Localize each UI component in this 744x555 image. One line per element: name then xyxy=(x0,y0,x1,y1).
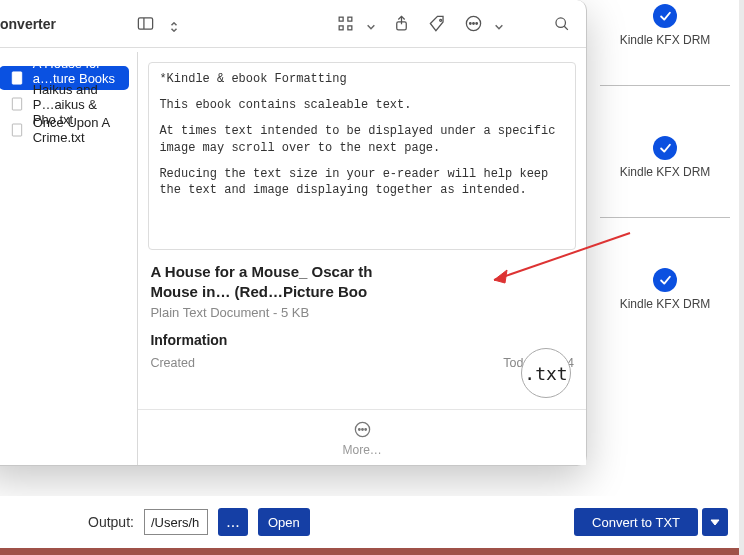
grid-view-icon[interactable] xyxy=(334,13,356,35)
svg-point-11 xyxy=(472,23,474,25)
check-icon xyxy=(653,136,677,160)
window-title: onverter xyxy=(0,16,56,32)
svg-marker-25 xyxy=(711,520,719,525)
chevron-down-icon[interactable] xyxy=(366,19,376,29)
file-name: Once Upon A Crime.txt xyxy=(33,115,120,145)
preview-line: This ebook contains scaleable text. xyxy=(159,97,565,113)
more-label[interactable]: More… xyxy=(343,443,382,457)
convert-button[interactable]: Convert to TXT xyxy=(574,508,698,536)
svg-point-13 xyxy=(555,18,565,27)
status-item: Kindle KFX DRM xyxy=(600,268,730,311)
file-icon xyxy=(9,122,25,138)
preview-line: At times text intended to be displayed u… xyxy=(159,123,565,155)
status-item: Kindle KFX DRM xyxy=(600,4,730,47)
svg-point-8 xyxy=(439,19,441,21)
svg-rect-2 xyxy=(339,17,343,21)
window-bottom-edge xyxy=(0,548,744,555)
tag-icon[interactable] xyxy=(426,13,448,35)
svg-rect-18 xyxy=(12,124,21,136)
chevron-down-icon[interactable] xyxy=(494,19,504,29)
svg-rect-4 xyxy=(339,26,343,30)
svg-rect-15 xyxy=(12,72,21,84)
svg-line-14 xyxy=(564,26,568,30)
sidebar-toggle-icon[interactable] xyxy=(135,13,157,35)
share-icon[interactable] xyxy=(390,13,412,35)
check-icon xyxy=(653,4,677,28)
search-icon[interactable] xyxy=(550,13,572,35)
svg-rect-3 xyxy=(347,17,351,21)
divider xyxy=(600,85,730,86)
file-title: A House for a Mouse_ Oscar th Mouse in… … xyxy=(150,262,574,301)
svg-rect-17 xyxy=(12,98,21,110)
file-row[interactable]: Once Upon A Crime.txt xyxy=(0,118,129,142)
svg-point-21 xyxy=(361,429,363,431)
text-preview: *Kindle & ebook Formatting This ebook co… xyxy=(148,62,576,250)
output-label: Output: xyxy=(88,514,134,530)
divider xyxy=(600,217,730,218)
file-icon xyxy=(9,96,25,112)
svg-rect-0 xyxy=(138,18,152,29)
info-row-created: Created Today, 20:54 xyxy=(148,356,576,370)
file-subtitle: Plain Text Document - 5 KB xyxy=(150,305,574,320)
svg-point-22 xyxy=(365,429,367,431)
convert-dropdown-button[interactable] xyxy=(702,508,728,536)
browse-button[interactable]: ... xyxy=(218,508,248,536)
file-extension-badge: .txt xyxy=(521,348,571,398)
check-icon xyxy=(653,268,677,292)
info-key: Created xyxy=(150,356,194,370)
preview-line: *Kindle & ebook Formatting xyxy=(159,71,565,87)
svg-point-12 xyxy=(475,23,477,25)
window-right-edge xyxy=(739,0,744,555)
more-icon[interactable] xyxy=(462,13,484,35)
preview-line: Reducing the text size in your e-reader … xyxy=(159,166,565,198)
status-label: Kindle KFX DRM xyxy=(620,33,711,47)
output-path-field[interactable]: /Users/h xyxy=(144,509,208,535)
file-icon xyxy=(9,70,25,86)
status-label: Kindle KFX DRM xyxy=(620,165,711,179)
svg-point-20 xyxy=(358,429,360,431)
info-heading: Information xyxy=(150,332,574,348)
status-item: Kindle KFX DRM xyxy=(600,136,730,179)
status-label: Kindle KFX DRM xyxy=(620,297,711,311)
file-picker-sheet: onverter xyxy=(0,0,587,466)
chevron-updown-icon[interactable] xyxy=(169,19,179,29)
svg-point-10 xyxy=(469,23,471,25)
open-button[interactable]: Open xyxy=(258,508,310,536)
file-row[interactable]: Haikus and P…aikus & Pho.txt xyxy=(0,92,129,116)
svg-rect-5 xyxy=(347,26,351,30)
more-icon[interactable] xyxy=(351,419,373,441)
